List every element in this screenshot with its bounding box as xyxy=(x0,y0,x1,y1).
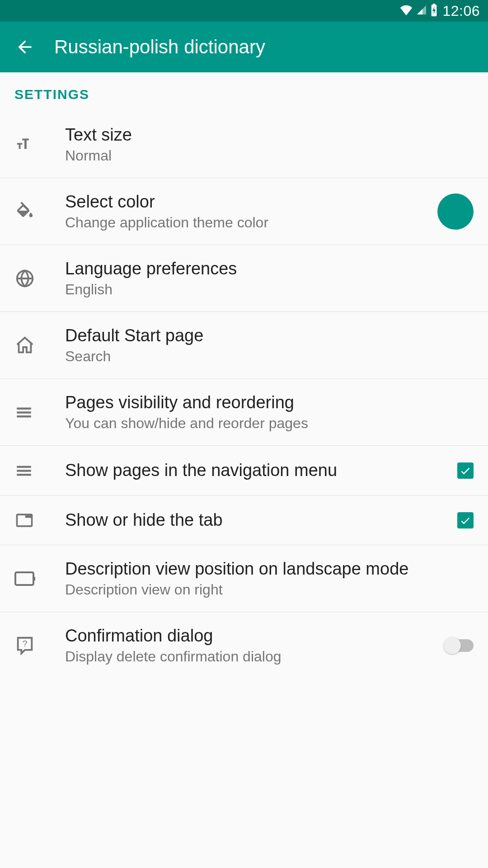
row-title: Show or hide the tab xyxy=(65,510,428,530)
home-icon xyxy=(14,335,65,356)
svg-rect-5 xyxy=(17,415,31,417)
wifi-icon xyxy=(399,5,413,17)
row-title: Language preferences xyxy=(65,259,474,278)
row-subtitle: English xyxy=(65,281,474,298)
row-landscape[interactable]: Description view position on landscape m… xyxy=(0,545,488,612)
theme-color-swatch xyxy=(437,193,474,230)
row-show-nav[interactable]: Show pages in the navigation menu xyxy=(0,446,488,495)
switch-thumb xyxy=(444,637,461,654)
svg-rect-10 xyxy=(15,572,33,585)
row-start-page[interactable]: Default Start page Search xyxy=(0,312,488,379)
row-confirmation[interactable]: ? Confirmation dialog Display delete con… xyxy=(0,612,488,679)
svg-rect-8 xyxy=(17,474,31,476)
row-title: Default Start page xyxy=(65,326,474,345)
row-text-size[interactable]: Text size Normal xyxy=(0,111,488,178)
row-title: Pages visibility and reordering xyxy=(65,393,474,412)
row-title: Confirmation dialog xyxy=(65,626,428,646)
tab-icon xyxy=(14,510,65,530)
svg-rect-11 xyxy=(33,577,35,580)
menu-icon xyxy=(14,403,65,422)
row-subtitle: Normal xyxy=(65,147,474,164)
svg-rect-6 xyxy=(17,466,31,467)
row-subtitle: Search xyxy=(65,348,474,365)
status-time: 12:06 xyxy=(442,3,480,19)
check-icon xyxy=(459,464,472,477)
svg-rect-4 xyxy=(17,411,31,413)
checkbox-show-tab[interactable] xyxy=(457,512,474,528)
switch-confirmation[interactable] xyxy=(445,639,474,652)
row-title: Show pages in the navigation menu xyxy=(65,461,428,480)
svg-rect-7 xyxy=(17,470,31,472)
row-subtitle: Change application theme color xyxy=(65,214,428,231)
menu-icon xyxy=(14,461,65,480)
help-bubble-icon: ? xyxy=(14,635,65,656)
back-button[interactable] xyxy=(9,31,41,63)
row-select-color[interactable]: Select color Change application theme co… xyxy=(0,178,488,245)
cellular-icon xyxy=(416,5,427,17)
row-title: Text size xyxy=(65,125,474,145)
section-header: SETTINGS xyxy=(0,72,488,111)
settings-list: SETTINGS Text size Normal Select color C… xyxy=(0,72,488,679)
row-show-tab[interactable]: Show or hide the tab xyxy=(0,495,488,545)
globe-icon xyxy=(14,268,65,289)
row-title: Description view position on landscape m… xyxy=(65,559,474,579)
svg-rect-3 xyxy=(17,407,31,409)
landscape-icon xyxy=(14,571,65,587)
paint-bucket-icon xyxy=(14,201,65,222)
row-subtitle: Display delete confirmation dialog xyxy=(65,648,428,665)
svg-text:?: ? xyxy=(23,639,28,648)
row-title: Select color xyxy=(65,192,428,212)
row-pages-visibility[interactable]: Pages visibility and reordering You can … xyxy=(0,379,488,446)
battery-charging-icon xyxy=(430,4,438,18)
page-title: Russian-polish dictionary xyxy=(54,36,265,58)
row-subtitle: You can show/hide and reorder pages xyxy=(65,415,474,432)
status-bar: 12:06 xyxy=(0,0,488,22)
text-size-icon xyxy=(14,134,65,155)
app-bar: Russian-polish dictionary xyxy=(0,22,488,72)
row-subtitle: Description view on right xyxy=(65,581,474,598)
arrow-left-icon xyxy=(15,37,35,57)
status-icons xyxy=(399,4,438,18)
checkbox-show-nav[interactable] xyxy=(457,462,474,479)
row-language[interactable]: Language preferences English xyxy=(0,245,488,312)
svg-rect-1 xyxy=(433,4,436,5)
check-icon xyxy=(459,514,472,527)
